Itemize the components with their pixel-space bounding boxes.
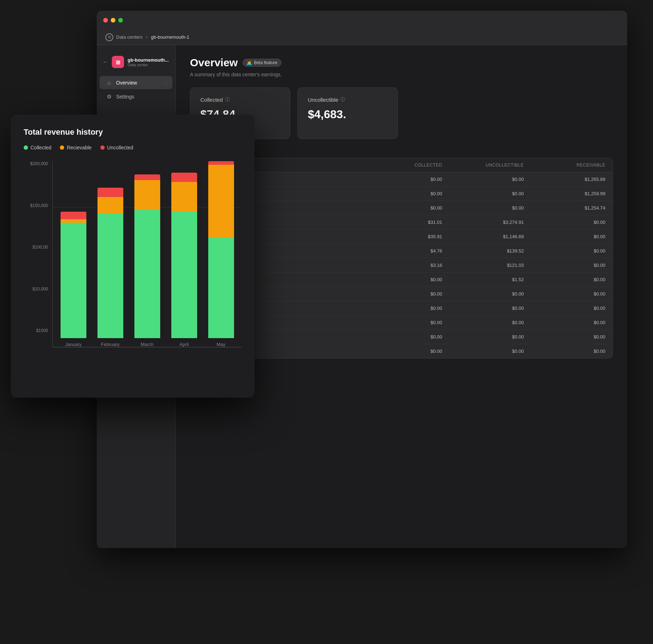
row-receivable: $0.00 — [524, 306, 605, 311]
row-uncollectible: $0.00 — [442, 349, 524, 354]
collected-segment — [208, 238, 234, 338]
collected-segment — [61, 223, 86, 338]
chart-bars-area: January February March April May — [52, 161, 242, 347]
beta-badge: 🧑‍💻 Beta feature — [243, 59, 281, 67]
row-collected: $0.00 — [361, 306, 442, 311]
uncollectible-label: Uncollectible ⓘ — [308, 96, 387, 103]
row-receivable: $1,259.99 — [524, 191, 605, 196]
collected-label: Collected ⓘ — [200, 96, 280, 103]
bars-container: January February March April May — [52, 161, 242, 347]
settings-icon: ⚙ — [105, 93, 113, 100]
receivable-dot — [60, 145, 64, 150]
row-uncollectible: $0.00 — [442, 205, 524, 211]
row-receivable: $0.00 — [524, 320, 605, 325]
bar-month-label: May — [216, 342, 225, 347]
row-collected: $0.00 — [361, 277, 442, 282]
collected-legend-label: Collected — [30, 145, 51, 150]
bar-group[interactable]: April — [171, 161, 197, 347]
server-icon: ▦ — [112, 56, 124, 68]
row-uncollectible: $1.52 — [442, 277, 524, 282]
collected-segment — [97, 213, 123, 338]
receivable-segment — [97, 197, 123, 214]
uncollected-legend-label: Uncollected — [107, 145, 133, 150]
sidebar-back-button[interactable]: ← ▦ gb-bournemouth... Data center — [97, 52, 175, 75]
close-button[interactable] — [103, 18, 108, 23]
legend-uncollected: Uncollected — [100, 145, 133, 150]
legend-receivable: Recievable — [60, 145, 91, 150]
uncollected-segment — [61, 212, 86, 219]
row-receivable: $0.00 — [524, 277, 605, 282]
breadcrumb-parent[interactable]: Data centers — [116, 34, 143, 40]
uncollected-segment — [208, 161, 234, 165]
sidebar-item-overview[interactable]: ⌂ Overview › — [100, 76, 172, 89]
collected-segment — [171, 212, 197, 338]
breadcrumb-separator: > — [146, 34, 148, 40]
row-receivable: $0.00 — [524, 291, 605, 297]
minimize-button[interactable] — [111, 18, 115, 23]
receivable-segment — [208, 165, 234, 238]
row-receivable: $1,265.89 — [524, 177, 605, 182]
sidebar-item-settings[interactable]: ⚙ Settings — [100, 90, 172, 104]
receivable-segment — [171, 182, 197, 212]
collected-dot — [24, 145, 28, 150]
row-collected: $0.00 — [361, 349, 442, 354]
receivable-segment — [61, 219, 86, 223]
beta-label: Beta feature — [254, 60, 277, 65]
row-collected: $0.00 — [361, 205, 442, 211]
page-subtitle: A summary of this data center's earnings… — [190, 72, 613, 77]
bar-group[interactable]: March — [134, 161, 161, 347]
row-collected: $0.00 — [361, 320, 442, 325]
y-label-150k: $150,000 — [24, 203, 52, 208]
row-receivable: $0.00 — [524, 248, 605, 254]
chart-area: $200,000 $150,000 $100,00 $10,000 $1000 … — [24, 161, 242, 347]
row-uncollectible: $0.00 — [442, 320, 524, 325]
y-axis: $200,000 $150,000 $100,00 $10,000 $1000 — [24, 161, 52, 347]
row-collected: $0.00 — [361, 191, 442, 196]
bar-month-label: March — [140, 342, 153, 347]
uncollectible-card: Uncollectible ⓘ $4,683. — [297, 87, 398, 139]
beta-icon: 🧑‍💻 — [247, 60, 252, 65]
page-header: Overview 🧑‍💻 Beta feature — [190, 57, 613, 69]
y-label-200k: $200,000 — [24, 161, 52, 166]
col-uncollectible: Uncollectible — [442, 163, 524, 168]
row-uncollectible: $139.52 — [442, 248, 524, 254]
row-receivable: $0.00 — [524, 334, 605, 340]
chevron-right-icon: › — [165, 80, 167, 85]
row-uncollectible: $3,274.91 — [442, 220, 524, 225]
row-receivable: $0.00 — [524, 234, 605, 239]
row-uncollectible: $0.00 — [442, 177, 524, 182]
row-collected: $0.00 — [361, 291, 442, 297]
data-centers-icon: ⊙ — [105, 33, 113, 41]
bar-group[interactable]: February — [97, 161, 124, 347]
row-receivable: $0.00 — [524, 263, 605, 268]
y-label-100k: $100,00 — [24, 245, 52, 250]
breadcrumb-current: gb-bournemouth-1 — [151, 34, 189, 40]
server-name: gb-bournemouth... — [128, 57, 170, 63]
row-receivable: $0.00 — [524, 220, 605, 225]
server-subtitle: Data center — [128, 63, 170, 67]
col-collected: Collected — [361, 163, 442, 168]
uncollected-segment — [171, 173, 197, 182]
receivable-legend-label: Recievable — [67, 145, 91, 150]
row-receivable: $0.00 — [524, 349, 605, 354]
overview-icon: ⌂ — [105, 80, 113, 86]
row-uncollectible: $0.00 — [442, 334, 524, 340]
chart-title: Total revenue history — [24, 128, 242, 137]
page-title: Overview — [190, 57, 238, 69]
uncollectible-info-icon[interactable]: ⓘ — [340, 96, 345, 103]
bar-month-label: April — [179, 342, 189, 347]
row-uncollectible: $0.00 — [442, 306, 524, 311]
row-receivable: $1,254.74 — [524, 205, 605, 211]
bar-group[interactable]: January — [60, 161, 87, 347]
fullscreen-button[interactable] — [118, 18, 123, 23]
receivable-segment — [134, 180, 160, 210]
back-arrow-icon: ← — [103, 59, 108, 65]
row-collected: $31.01 — [361, 220, 442, 225]
collected-info-icon[interactable]: ⓘ — [225, 96, 230, 103]
uncollected-segment — [97, 188, 123, 197]
traffic-lights — [103, 18, 123, 23]
title-bar — [97, 11, 627, 29]
row-uncollectible: $0.00 — [442, 291, 524, 297]
row-collected: $35.91 — [361, 234, 442, 239]
bar-group[interactable]: May — [208, 161, 234, 347]
